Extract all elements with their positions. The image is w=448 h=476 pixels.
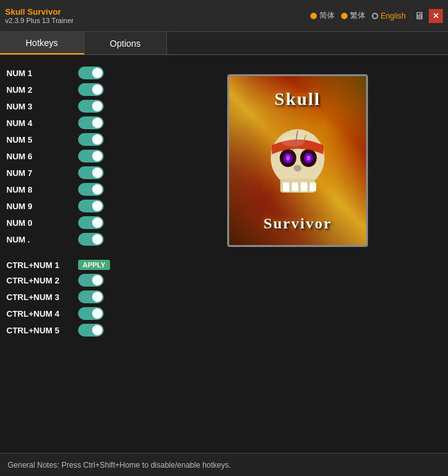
svg-point-12 [294, 165, 301, 171]
tab-bar: Hotkeys Options [0, 32, 448, 55]
hotkey-label-num1: NUM 1 [6, 68, 70, 78]
hotkey-row-num7: NUM 7 [6, 166, 147, 179]
toggle-num7[interactable] [78, 166, 104, 179]
hotkey-row-ctrlnum5: CTRL+NUM 5 [6, 324, 147, 337]
toggle-num9[interactable] [78, 200, 104, 212]
hotkey-label-num6: NUM 6 [6, 152, 70, 161]
hotkey-label-num9: NUM 9 [6, 202, 70, 211]
lang-simplified[interactable]: 简体 [310, 10, 335, 21]
lang-traditional[interactable]: 繁体 [341, 10, 365, 21]
hotkey-row-num4: NUM 4 [6, 116, 147, 129]
hotkey-row-num3: NUM 3 [6, 100, 147, 113]
language-controls: 简体 繁体 English 🖥 ✕ [310, 9, 443, 23]
hotkey-label-num4: NUM 4 [6, 118, 70, 128]
hotkey-row-num0: NUM 0 [6, 216, 147, 229]
hotkey-label-ctrlnum4: CTRL+NUM 4 [6, 309, 70, 319]
toggle-ctrlnum5[interactable] [78, 324, 104, 337]
hotkey-row-num8: NUM 8 [6, 183, 147, 196]
svg-rect-5 [310, 182, 316, 191]
svg-point-10 [286, 155, 290, 161]
cover-title-top: Skull [275, 89, 321, 109]
hotkey-row-num6: NUM 6 [6, 150, 147, 163]
svg-point-11 [307, 155, 310, 161]
hotkey-row-num1: NUM 1 [6, 67, 147, 79]
hotkey-label-ctrlnum3: CTRL+NUM 3 [6, 292, 70, 302]
toggle-num6[interactable] [78, 150, 104, 163]
lang-traditional-radio [341, 13, 348, 19]
lang-english-label: English [381, 12, 406, 20]
monitor-button[interactable]: 🖥 [412, 9, 426, 23]
toggle-numdot[interactable] [78, 233, 104, 246]
apply-badge-ctrlnum1[interactable]: APPLY [78, 260, 110, 270]
hotkey-label-ctrlnum5: CTRL+NUM 5 [6, 326, 70, 335]
hotkey-row-num9: NUM 9 [6, 200, 147, 212]
hotkey-row-num5: NUM 5 [6, 133, 147, 146]
toggle-num2[interactable] [78, 83, 104, 96]
hotkey-row-ctrlnum1: CTRL+NUM 1APPLY [6, 260, 147, 270]
app-version: v2.3.9 Plus 13 Trainer [5, 17, 74, 24]
hotkey-label-num2: NUM 2 [6, 85, 70, 95]
app-name: Skull Survivor [5, 7, 74, 17]
hotkey-label-numdot: NUM . [6, 235, 70, 244]
svg-point-13 [282, 136, 305, 147]
hotkey-label-num7: NUM 7 [6, 168, 70, 178]
hotkey-label-num8: NUM 8 [6, 185, 70, 194]
hotkey-row-ctrlnum2: CTRL+NUM 2 [6, 274, 147, 287]
lang-simplified-radio [310, 13, 317, 19]
game-cover: Skull [227, 74, 368, 247]
toggle-ctrlnum4[interactable] [78, 307, 104, 320]
hotkey-label-ctrlnum2: CTRL+NUM 2 [6, 276, 70, 285]
hotkeys-list: NUM 1NUM 2NUM 3NUM 4NUM 5NUM 6NUM 7NUM 8… [6, 61, 147, 447]
lang-english-radio [372, 13, 378, 19]
close-button[interactable]: ✕ [429, 9, 443, 23]
cover-title-bottom: Survivor [264, 215, 332, 232]
lang-english[interactable]: English [372, 12, 406, 20]
hotkey-row-ctrlnum4: CTRL+NUM 4 [6, 307, 147, 320]
main-content: NUM 1NUM 2NUM 3NUM 4NUM 5NUM 6NUM 7NUM 8… [0, 55, 448, 453]
toggle-num3[interactable] [78, 100, 104, 113]
toggle-num0[interactable] [78, 216, 104, 229]
toggle-ctrlnum2[interactable] [78, 274, 104, 287]
hotkey-row-ctrlnum3: CTRL+NUM 3 [6, 290, 147, 303]
lang-traditional-label: 繁体 [350, 10, 365, 21]
hotkey-row-num2: NUM 2 [6, 83, 147, 96]
svg-rect-2 [283, 182, 289, 191]
title-info: Skull Survivor v2.3.9 Plus 13 Trainer [5, 7, 74, 24]
footer-note: General Notes: Press Ctrl+Shift+Home to … [8, 461, 231, 470]
hotkey-label-num0: NUM 0 [6, 218, 70, 228]
tab-options[interactable]: Options [84, 32, 167, 54]
toggle-num5[interactable] [78, 133, 104, 146]
hotkey-row-numdot: NUM . [6, 233, 147, 246]
hotkey-label-num3: NUM 3 [6, 102, 70, 111]
lang-simplified-label: 简体 [319, 10, 335, 21]
toggle-num4[interactable] [78, 116, 104, 129]
toggle-num8[interactable] [78, 183, 104, 196]
toggle-ctrlnum3[interactable] [78, 290, 104, 303]
game-image-area: Skull [154, 61, 442, 447]
toggle-num1[interactable] [78, 67, 104, 79]
svg-rect-4 [301, 182, 307, 191]
tab-hotkeys[interactable]: Hotkeys [0, 32, 84, 54]
title-bar: Skull Survivor v2.3.9 Plus 13 Trainer 简体… [0, 0, 448, 32]
skull-svg [256, 121, 339, 204]
footer: General Notes: Press Ctrl+Shift+Home to … [0, 453, 448, 476]
svg-rect-3 [292, 182, 298, 191]
window-controls: 🖥 ✕ [412, 9, 443, 23]
hotkey-label-ctrlnum1: CTRL+NUM 1 [6, 260, 70, 270]
hotkey-label-num5: NUM 5 [6, 135, 70, 145]
